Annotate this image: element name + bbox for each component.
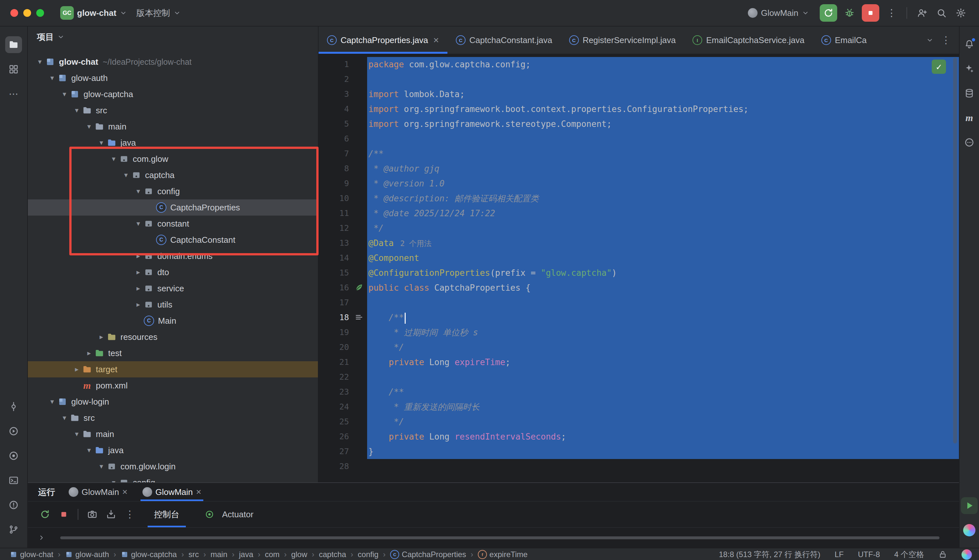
breadcrumb-item-captchaproperties[interactable]: CCaptchaProperties: [390, 550, 466, 559]
chevron-down-icon[interactable]: ▾: [83, 122, 95, 131]
breadcrumb-item-config[interactable]: config: [358, 550, 379, 559]
tree-item-resources[interactable]: ▸resources: [28, 329, 318, 345]
code-area[interactable]: package com.glow.captcha.config;import l…: [367, 54, 959, 482]
tree-item-target[interactable]: ▸target: [28, 361, 318, 377]
chevron-down-icon[interactable]: ▾: [96, 138, 107, 147]
editor-tab-captchaconstant-java[interactable]: CCaptchaConstant.java: [447, 27, 561, 54]
project-widget[interactable]: GC glow-chat: [56, 3, 132, 22]
code-line[interactable]: * @description: 邮件验证码相关配置类: [367, 191, 959, 206]
tab-list-chevron-icon[interactable]: [926, 36, 934, 44]
editor-tab-emailca[interactable]: CEmailCa: [813, 27, 875, 54]
project-panel-header[interactable]: 项目: [28, 27, 318, 47]
rerun-icon[interactable]: [40, 509, 50, 520]
code-line[interactable]: package com.glow.captcha.config;: [367, 57, 959, 72]
inspections-widget[interactable]: ✓: [932, 60, 946, 74]
toolwindow-notifications-button[interactable]: [961, 36, 978, 52]
chevron-down-icon[interactable]: ▾: [120, 171, 132, 179]
tree-item-config[interactable]: ▾config: [28, 475, 318, 482]
code-line[interactable]: * @version 1.0: [367, 176, 959, 191]
tab-actuator[interactable]: Actuator: [194, 502, 260, 527]
ai-chat-icon[interactable]: [962, 549, 972, 560]
code-line[interactable]: @Component: [367, 250, 959, 265]
editor-tab-captchaproperties-java[interactable]: CCaptchaProperties.java×: [319, 27, 447, 54]
code-line[interactable]: private Long expireTime;: [367, 355, 959, 370]
breadcrumb-item-main[interactable]: main: [210, 550, 227, 559]
tree-item-service[interactable]: ▸service: [28, 280, 318, 297]
code-line[interactable]: * 重新发送的间隔时长: [367, 400, 959, 414]
toolwindow-services-button[interactable]: [5, 447, 22, 464]
chevron-down-icon[interactable]: ▾: [71, 430, 82, 438]
chevron-right-icon[interactable]: ▸: [83, 349, 95, 357]
toolwindow-structure-button[interactable]: [5, 61, 22, 78]
breadcrumb-item-com[interactable]: com: [265, 550, 279, 559]
tree-item-main[interactable]: ▾main: [28, 426, 318, 442]
chevron-right-icon[interactable]: [38, 534, 45, 542]
toolwindow-ai-assistant-button[interactable]: [961, 60, 978, 77]
tree-item-java[interactable]: ▾java: [28, 442, 318, 458]
editor-scrollbar[interactable]: [953, 58, 957, 443]
code-line[interactable]: */: [367, 221, 959, 236]
breadcrumb-item-src[interactable]: src: [188, 550, 199, 559]
tree-item-captchaproperties[interactable]: CCaptchaProperties: [28, 199, 318, 216]
code-line[interactable]: /**: [367, 146, 959, 161]
chevron-down-icon[interactable]: ▾: [96, 462, 107, 471]
code-line[interactable]: private Long resendIntervalSeconds;: [367, 429, 959, 444]
toolwindow-more-tools-button[interactable]: ⋯: [5, 85, 22, 102]
close-icon[interactable]: ×: [122, 487, 128, 497]
editor-tab-emailcaptchaservice-java[interactable]: IEmailCaptchaService.java: [684, 27, 812, 54]
code-line[interactable]: public class CaptchaProperties {: [367, 280, 959, 295]
tree-item-src[interactable]: ▾src: [28, 410, 318, 426]
caret-position[interactable]: 18:8 (513 字符, 27 行 换行符): [719, 549, 821, 560]
chevron-down-icon[interactable]: ▾: [47, 398, 58, 406]
code-line[interactable]: /**: [367, 310, 959, 325]
tree-item-com-glow[interactable]: ▾com.glow: [28, 151, 318, 167]
chevron-down-icon[interactable]: ▾: [47, 74, 58, 82]
code-line[interactable]: @ConfigurationProperties(prefix = "glow.…: [367, 265, 959, 280]
debug-button[interactable]: [844, 8, 855, 18]
code-line[interactable]: [367, 459, 959, 474]
chevron-down-icon[interactable]: ▾: [71, 106, 82, 115]
chevron-right-icon[interactable]: ▸: [133, 252, 144, 260]
settings-icon[interactable]: [956, 8, 966, 18]
toolwindow-ai-chat-button[interactable]: [961, 522, 978, 538]
tree-item-com-glow-login[interactable]: ▾com.glow.login: [28, 458, 318, 475]
spring-bean-icon[interactable]: [354, 283, 364, 292]
toolwindow-terminal-button[interactable]: [5, 472, 22, 489]
tree-item-glow-auth[interactable]: ▾glow-auth: [28, 70, 318, 86]
code-line[interactable]: * 过期时间 单位秒 s: [367, 325, 959, 340]
code-line[interactable]: */: [367, 340, 959, 355]
toolwindow-commit-button[interactable]: [5, 398, 22, 415]
tree-item-config[interactable]: ▾config: [28, 183, 318, 199]
tree-item-captchaconstant[interactable]: CCaptchaConstant: [28, 232, 318, 248]
toolwindow-dependencies-button[interactable]: [961, 134, 978, 151]
toolwindow-database-button[interactable]: [961, 85, 978, 102]
tree-item-main[interactable]: ▾main: [28, 118, 318, 135]
tree-item-dto[interactable]: ▸dto: [28, 264, 318, 280]
code-with-me-icon[interactable]: [917, 8, 927, 18]
tree-item-glow-chat[interactable]: ▾glow-chat~/IdeaProjects/glow-chat: [28, 54, 318, 70]
minimize-window-button[interactable]: [23, 9, 31, 17]
chevron-right-icon[interactable]: ▸: [133, 284, 144, 293]
tree-item-domain-enums[interactable]: ▸domain.enums: [28, 248, 318, 264]
tree-item-utils[interactable]: ▸utils: [28, 297, 318, 313]
breadcrumb-item-glow-chat[interactable]: glow-chat: [10, 550, 53, 559]
close-icon[interactable]: ×: [433, 35, 439, 46]
chevron-down-icon[interactable]: ▾: [59, 90, 70, 98]
chevron-down-icon[interactable]: ▾: [133, 220, 144, 228]
tree-item-java[interactable]: ▾java: [28, 135, 318, 151]
tree-item-main[interactable]: CMain: [28, 313, 318, 329]
chevron-right-icon[interactable]: ▸: [133, 268, 144, 277]
toolwindow-maven-button[interactable]: m: [961, 109, 978, 126]
tree-item-src[interactable]: ▾src: [28, 102, 318, 118]
more-options-icon[interactable]: ⋮: [125, 509, 135, 520]
code-line[interactable]: * @author gjq: [367, 161, 959, 176]
chevron-down-icon[interactable]: ▾: [83, 446, 95, 455]
file-encoding[interactable]: UTF-8: [858, 550, 880, 559]
thread-dump-icon[interactable]: [87, 509, 97, 520]
stop-button[interactable]: [862, 4, 879, 22]
breadcrumb-item-java[interactable]: java: [239, 550, 253, 559]
toolwindow-problems-button[interactable]: [5, 497, 22, 513]
tree-item-constant[interactable]: ▾constant: [28, 216, 318, 232]
run-config-selector[interactable]: GlowMain: [743, 5, 814, 21]
maximize-window-button[interactable]: [36, 9, 44, 17]
